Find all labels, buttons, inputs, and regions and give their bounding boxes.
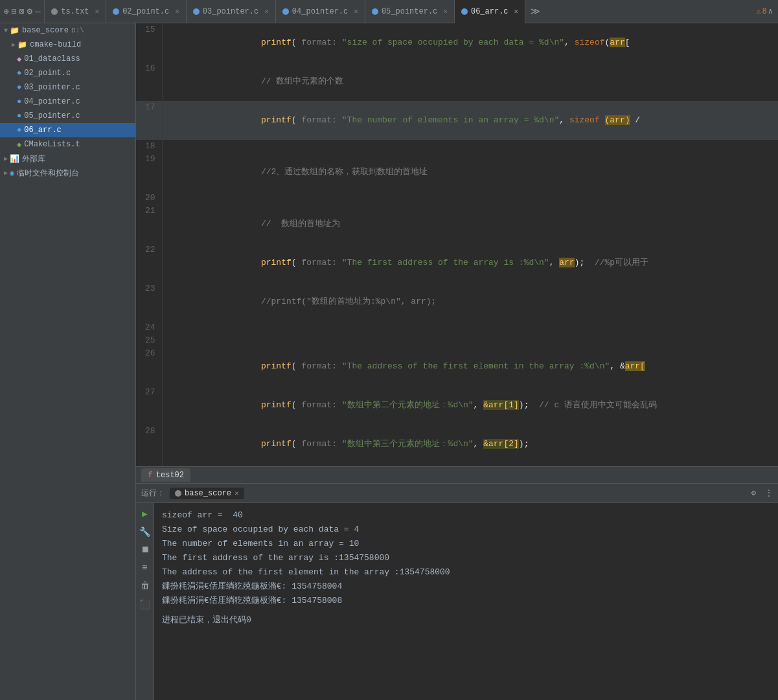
stack-button[interactable]: ≡: [139, 561, 152, 574]
table-row: 17 printf( format: "The number of elemen…: [136, 101, 778, 140]
line-content-18[interactable]: [162, 140, 778, 153]
external-lib-icon: 📊: [10, 154, 19, 164]
run-more-icon[interactable]: ⋮: [765, 488, 773, 498]
line-content-25[interactable]: [162, 334, 778, 347]
run-tab-icon: [175, 490, 181, 497]
line-content-15[interactable]: printf( format: "size of space occupied …: [162, 23, 778, 62]
line-content-26[interactable]: printf( format: "The address of the firs…: [162, 347, 778, 386]
sidebar-temp-label: 临时文件和控制台: [17, 168, 79, 179]
tree-expand-icon: ▼: [4, 27, 8, 34]
line-content-28[interactable]: printf( format: "数组中第三个元素的地址：%d\n", &arr…: [162, 425, 778, 464]
class-icon: ◆: [17, 54, 21, 64]
line-content-17[interactable]: printf( format: "The number of elements …: [162, 101, 778, 140]
temp-icon: ◉: [10, 168, 14, 178]
tab-pointer5[interactable]: 05_pointer.c ✕: [365, 0, 455, 23]
tab-more-button[interactable]: ≫: [525, 6, 545, 17]
run-tab-close[interactable]: ✕: [235, 489, 239, 497]
line-num-28: 28: [136, 425, 162, 464]
tab-point-close[interactable]: ✕: [175, 7, 179, 16]
sidebar-item-external[interactable]: ▶ 📊 外部库: [0, 152, 135, 166]
terminal-button[interactable]: ⬛: [139, 598, 152, 611]
main-area: ▼ 📁 base_score D:\ ▶ 📁 cmake-build ◆ 01_…: [0, 23, 778, 700]
line-num-24: 24: [136, 321, 162, 334]
line-content-19[interactable]: //2、通过数组的名称，获取到数组的首地址: [162, 153, 778, 192]
sidebar-external-label: 外部库: [22, 153, 45, 164]
line-content-22[interactable]: printf( format: "The first address of th…: [162, 243, 778, 282]
tab-ts-close[interactable]: ✕: [95, 7, 100, 16]
code-editor[interactable]: 15 printf( format: "size of space occupi…: [136, 23, 778, 466]
bottom-panel: 运行： base_score ✕ ⚙ ⋮ ▶ 🔧 ⏹ ≡ 🗑 ⬛: [136, 483, 778, 700]
warning-up-icon[interactable]: ∧: [768, 6, 773, 16]
line-content-24[interactable]: [162, 321, 778, 334]
console-line-1: sizeof arr = 40: [162, 508, 770, 523]
table-row: 20: [136, 192, 778, 205]
console-output[interactable]: sizeof arr = 40 Size of space occupied b…: [154, 503, 778, 700]
external-expand-icon: ▶: [4, 155, 8, 163]
sidebar-item-04pointer[interactable]: ● 04_pointer.c: [0, 95, 135, 109]
delete-button[interactable]: 🗑: [139, 580, 152, 593]
tab-arr-close[interactable]: ✕: [514, 7, 519, 16]
sidebar-project-path: D:\: [71, 27, 84, 34]
sidebar-settings-icon[interactable]: ⚙: [27, 6, 32, 17]
tab-pointer3[interactable]: 03_pointer.c ✕: [187, 0, 276, 23]
sidebar: ▼ 📁 base_score D:\ ▶ 📁 cmake-build ◆ 01_…: [0, 23, 136, 700]
table-row: 26 printf( format: "The address of the f…: [136, 347, 778, 386]
sidebar-item-03pointer[interactable]: ● 03_pointer.c: [0, 80, 135, 95]
line-content-27[interactable]: printf( format: "数组中第二个元素的地址：%d\n", &arr…: [162, 386, 778, 425]
line-num-20: 20: [136, 192, 162, 205]
line-content-21[interactable]: // 数组的首地址为: [162, 205, 778, 243]
sidebar-02point-label: 02_point.c: [24, 69, 71, 78]
run-gear-icon[interactable]: ⚙: [751, 488, 756, 498]
console-line-3: The number of elements in an array = 10: [162, 537, 770, 551]
stop-button[interactable]: ⏹: [139, 543, 152, 556]
line-num-29: 29: [136, 464, 162, 466]
test02-tab[interactable]: f test02: [141, 468, 190, 482]
line-content-20[interactable]: [162, 192, 778, 205]
sidebar-cmakelists-label: CMakeLists.t: [24, 140, 80, 149]
sidebar-collapse2-icon[interactable]: ⊠: [19, 6, 25, 17]
test02-bar: f test02: [136, 466, 778, 483]
wrench-button[interactable]: 🔧: [139, 525, 152, 538]
run-tab-label: base_score: [185, 489, 231, 498]
cmake-folder-icon: 📁: [17, 40, 27, 50]
sidebar-item-01dataclass[interactable]: ◆ 01_dataclass: [0, 52, 135, 66]
tab-pointer5-close[interactable]: ✕: [443, 7, 448, 16]
play-button[interactable]: ▶: [139, 507, 152, 520]
sidebar-04pointer-label: 04_pointer.c: [24, 97, 80, 106]
sidebar-01dataclass-label: 01_dataclass: [24, 54, 80, 63]
run-content: ▶ 🔧 ⏹ ≡ 🗑 ⬛ sizeof arr = 40 Size of spac…: [136, 503, 778, 700]
table-row: 23 //printf("数组的首地址为:%p\n", arr);: [136, 282, 778, 321]
sidebar-item-temp[interactable]: ▶ ◉ 临时文件和控制台: [0, 166, 135, 180]
run-tab[interactable]: base_score ✕: [170, 488, 244, 499]
sidebar-item-cmakelists[interactable]: ◈ CMakeLists.t: [0, 137, 135, 152]
sidebar-minimize-icon[interactable]: —: [35, 6, 40, 17]
table-row: 16 // 数组中元素的个数: [136, 62, 778, 101]
sidebar-collapse-icon[interactable]: ⊟: [12, 6, 17, 17]
sidebar-item-cmake-build[interactable]: ▶ 📁 cmake-build: [0, 38, 135, 52]
tab-ts[interactable]: ts.txt ✕: [45, 0, 106, 23]
sidebar-item-base-score[interactable]: ▼ 📁 base_score D:\: [0, 23, 135, 38]
tab-pointer4-close[interactable]: ✕: [354, 7, 358, 16]
tab-pointer3-label: 03_pointer.c: [203, 7, 258, 16]
line-content-23[interactable]: //printf("数组的首地址为:%p\n", arr);: [162, 282, 778, 321]
table-row: 25: [136, 334, 778, 347]
sidebar-expand-icon[interactable]: ⊕: [4, 6, 9, 17]
sidebar-item-06arr[interactable]: ● 06_arr.c: [0, 123, 135, 137]
tab-arr[interactable]: 06_arr.c ✕: [455, 0, 525, 23]
line-num-21: 21: [136, 205, 162, 243]
line-content-29[interactable]: [162, 464, 778, 466]
tab-point-label: 02_point.c: [122, 7, 169, 16]
tab-pointer4[interactable]: 04_pointer.c ✕: [276, 0, 365, 23]
tab-point[interactable]: 02_point.c ✕: [106, 0, 187, 23]
tab-pointer4-label: 04_pointer.c: [292, 7, 348, 16]
sidebar-item-05pointer[interactable]: ● 05_pointer.c: [0, 109, 135, 123]
cmake-file-icon: ◈: [17, 140, 21, 150]
run-toolbar: 运行： base_score ✕ ⚙ ⋮: [136, 484, 778, 503]
console-line-6: 鏁扮粍涓涓€佸厓绱犵殑鍦板潃€: 1354758004: [162, 580, 770, 594]
line-num-19: 19: [136, 153, 162, 192]
sidebar-05pointer-label: 05_pointer.c: [24, 111, 80, 120]
line-content-16[interactable]: // 数组中元素的个数: [162, 62, 778, 101]
tab-pointer3-close[interactable]: ✕: [264, 7, 269, 16]
sidebar-item-02point[interactable]: ● 02_point.c: [0, 66, 135, 80]
table-row: 24: [136, 321, 778, 334]
